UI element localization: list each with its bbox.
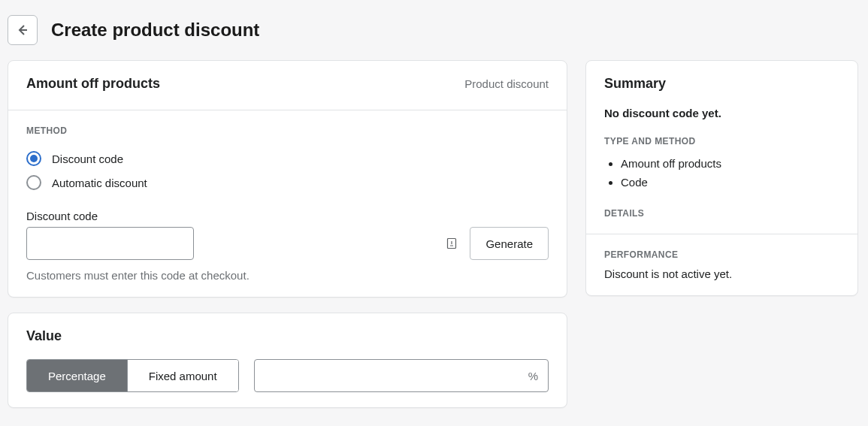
method-heading: METHOD [26,125,549,136]
radio-automatic-discount[interactable]: Automatic discount [26,171,549,195]
amount-off-card: Amount off products Product discount MET… [8,60,567,298]
radio-discount-code-label: Discount code [52,153,123,165]
value-title: Value [26,328,549,344]
discount-type-badge: Product discount [464,77,549,90]
summary-performance-heading: PERFORMANCE [604,249,839,260]
summary-item-type: Amount off products [621,154,839,173]
value-type-segmented: Percentage Fixed amount [26,359,239,392]
page-header: Create product discount [0,0,868,60]
radio-discount-code[interactable]: Discount code [26,147,549,171]
method-radio-group: Discount code Automatic discount [26,147,549,195]
summary-list: Amount off products Code [604,154,839,192]
discount-code-label: Discount code [26,210,549,222]
radio-indicator-icon [26,175,41,190]
card-icon [446,237,458,249]
value-suffix: % [528,370,538,382]
amount-off-title: Amount off products [26,76,160,92]
summary-title: Summary [604,76,839,92]
generate-button[interactable]: Generate [470,227,549,260]
summary-item-method: Code [621,173,839,192]
summary-details-heading: DETAILS [604,208,839,219]
page-title: Create product discount [51,20,259,41]
summary-status: No discount code yet. [604,107,839,119]
value-card: Value Percentage Fixed amount % [8,313,567,408]
radio-automatic-label: Automatic discount [52,177,147,189]
segment-fixed-amount[interactable]: Fixed amount [127,360,238,391]
value-input[interactable] [254,359,549,392]
radio-indicator-icon [26,151,41,166]
segment-percentage[interactable]: Percentage [27,360,127,391]
discount-code-help: Customers must enter this code at checko… [26,269,549,282]
summary-type-method-heading: TYPE AND METHOD [604,136,839,147]
summary-card: Summary No discount code yet. TYPE AND M… [585,60,858,296]
discount-code-input[interactable] [26,227,194,260]
arrow-left-icon [15,23,30,38]
back-button[interactable] [8,15,38,45]
summary-performance-text: Discount is not active yet. [604,267,839,280]
